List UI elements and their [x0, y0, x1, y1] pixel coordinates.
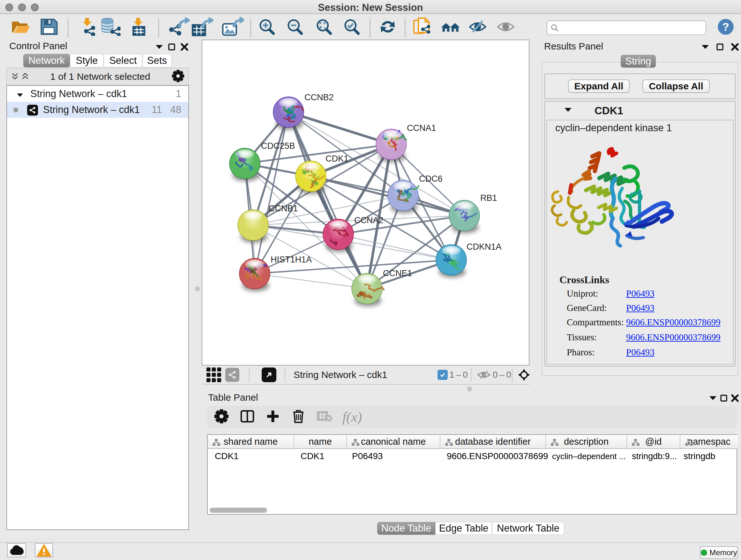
- svg-text:HIST1H1A: HIST1H1A: [271, 255, 312, 264]
- svg-text:CCNE1: CCNE1: [383, 268, 412, 278]
- svg-text:CDC25B: CDC25B: [261, 141, 295, 151]
- svg-text:CCNA1: CCNA1: [407, 123, 436, 133]
- svg-text:CCNB2: CCNB2: [305, 92, 334, 102]
- svg-text:CCNB1: CCNB1: [269, 204, 298, 213]
- svg-text:CDC6: CDC6: [419, 174, 443, 184]
- svg-text:CDK1: CDK1: [326, 154, 348, 164]
- svg-text:CDKN1A: CDKN1A: [467, 242, 502, 252]
- svg-text:CCNA2: CCNA2: [354, 215, 384, 225]
- svg-text:?: ?: [722, 20, 729, 33]
- svg-text:RB1: RB1: [480, 193, 497, 203]
